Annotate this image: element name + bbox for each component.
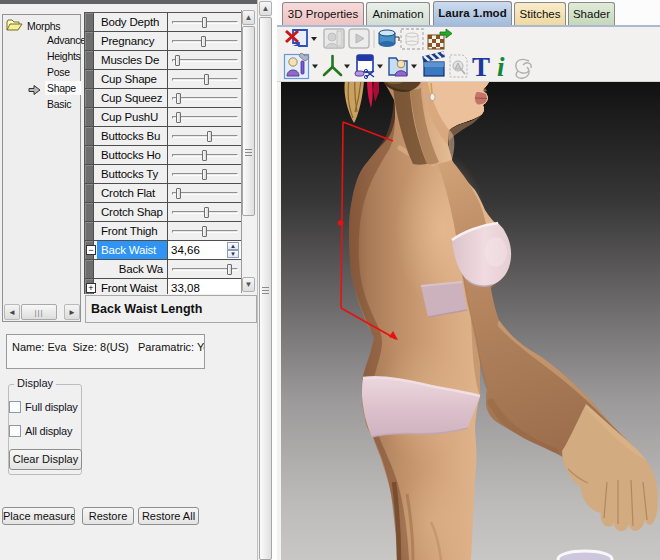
svg-text:i: i: [497, 52, 505, 82]
svg-text:T: T: [472, 52, 490, 82]
